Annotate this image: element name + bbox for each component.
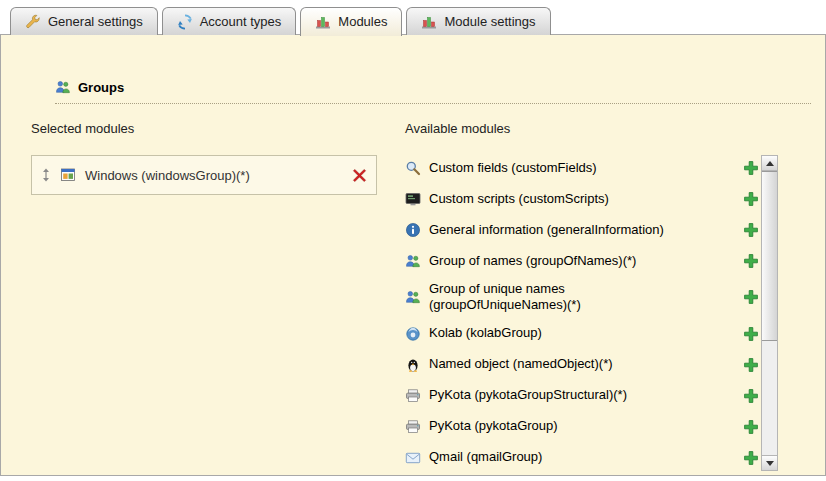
tab-modules[interactable]: Modules (300, 7, 402, 36)
available-modules-heading: Available modules (405, 121, 510, 136)
group-icon (55, 79, 71, 95)
add-module-button[interactable] (743, 191, 759, 207)
selected-module-row: Windows (windowsGroup)(*) (31, 155, 377, 195)
available-module-row: General information (generalInformation) (405, 219, 759, 241)
available-module-row: Qmail (qmailGroup) (405, 447, 759, 469)
section-title: Groups (78, 80, 124, 95)
mail-icon (405, 450, 421, 466)
drag-handle-icon[interactable] (41, 167, 51, 183)
tab-account-types[interactable]: Account types (162, 7, 297, 35)
printer-icon (405, 419, 421, 435)
script-icon (405, 191, 421, 207)
windows-icon (60, 167, 76, 183)
scroll-down-button[interactable] (762, 455, 777, 470)
magnifier-icon (405, 160, 421, 176)
info-icon (405, 222, 421, 238)
kolab-icon (405, 326, 421, 342)
scrollbar-thumb[interactable] (762, 171, 777, 341)
module-label: Custom scripts (customScripts) (429, 191, 609, 207)
arrow-up-icon (766, 161, 774, 166)
available-module-row: Custom scripts (customScripts) (405, 188, 759, 210)
selected-modules-list: Windows (windowsGroup)(*) (31, 155, 377, 195)
available-module-row: Custom fields (customFields) (405, 157, 759, 179)
add-module-button[interactable] (743, 253, 759, 269)
available-module-row: Group of names (groupOfNames)(*) (405, 250, 759, 272)
tab-label: General settings (48, 14, 143, 29)
groups-section-header: Groups (55, 79, 811, 104)
add-module-button[interactable] (743, 289, 759, 305)
scrollbar[interactable] (761, 155, 778, 471)
add-module-button[interactable] (743, 222, 759, 238)
lam-configuration-page: General settings Account types Modules M… (0, 0, 826, 481)
module-label: Group of unique names (groupOfUniqueName… (429, 281, 704, 314)
content-panel: Groups Selected modules Available module… (0, 34, 826, 476)
add-module-button[interactable] (743, 388, 759, 404)
available-module-row: Group of unique names (groupOfUniqueName… (405, 281, 759, 314)
module-label: Named object (namedObject)(*) (429, 356, 613, 372)
module-label: Qmail (qmailGroup) (429, 449, 542, 465)
module-label: Group of names (groupOfNames)(*) (429, 253, 636, 269)
available-module-row: PyKota (pykotaGroup) (405, 416, 759, 438)
remove-module-button[interactable] (352, 168, 367, 183)
group-icon (405, 289, 421, 305)
tux-icon (405, 357, 421, 373)
tab-module-settings[interactable]: Module settings (406, 7, 550, 35)
tab-label: Modules (338, 14, 387, 29)
bar-chart-icon (421, 14, 437, 30)
available-module-row: Kolab (kolabGroup) (405, 323, 759, 345)
add-module-button[interactable] (743, 419, 759, 435)
account-types-icon (177, 14, 193, 30)
printer-icon (405, 388, 421, 404)
selected-modules-heading: Selected modules (31, 121, 134, 136)
group-icon (405, 253, 421, 269)
module-label: Windows (windowsGroup)(*) (85, 168, 250, 183)
tab-general-settings[interactable]: General settings (10, 7, 158, 35)
add-module-button[interactable] (743, 450, 759, 466)
tab-label: Module settings (444, 14, 535, 29)
bar-chart-icon (315, 14, 331, 30)
module-label: PyKota (pykotaGroup) (429, 418, 558, 434)
wrench-icon (25, 14, 41, 30)
available-modules-list: Custom fields (customFields) Custom scri… (405, 157, 759, 469)
tab-bar: General settings Account types Modules M… (10, 7, 551, 35)
available-module-row: Named object (namedObject)(*) (405, 354, 759, 376)
module-label: Custom fields (customFields) (429, 160, 597, 176)
scroll-up-button[interactable] (762, 156, 777, 171)
module-label: PyKota (pykotaGroupStructural)(*) (429, 387, 627, 403)
arrow-down-icon (766, 461, 774, 466)
module-label: General information (generalInformation) (429, 222, 664, 238)
module-label: Kolab (kolabGroup) (429, 325, 542, 341)
add-module-button[interactable] (743, 357, 759, 373)
add-module-button[interactable] (743, 326, 759, 342)
tab-label: Account types (200, 14, 282, 29)
available-module-row: PyKota (pykotaGroupStructural)(*) (405, 385, 759, 407)
add-module-button[interactable] (743, 160, 759, 176)
